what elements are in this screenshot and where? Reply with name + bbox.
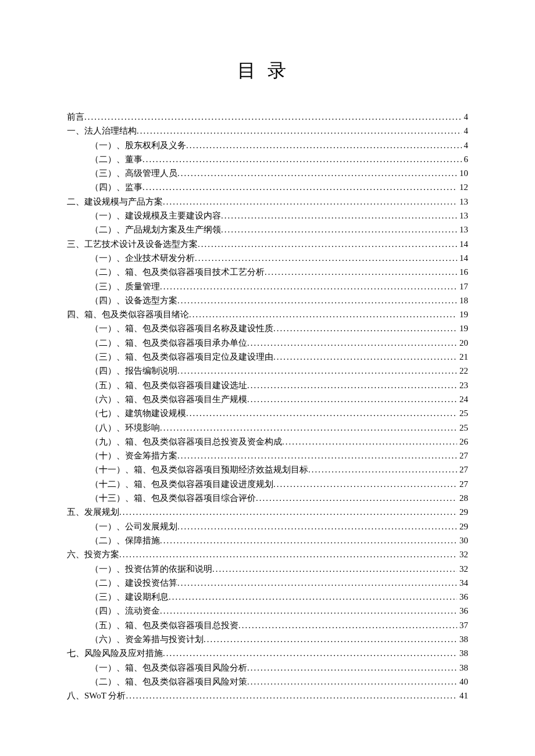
toc-leader-dots	[212, 562, 457, 576]
toc-entry-label: （二）、建设投资估算	[90, 576, 177, 590]
toc-entry-page: 41	[457, 689, 468, 703]
toc-entry: （一）、股东权利及义务4	[67, 138, 468, 152]
table-of-contents: 前言4一、法人治理结构4（一）、股东权利及义务4（二）、董事6（三）、高级管理人…	[67, 110, 468, 703]
toc-entry-page: 25	[457, 421, 468, 435]
toc-entry-page: 28	[457, 491, 468, 505]
toc-entry-label: （十一）、箱、包及类似容器项目预期经济效益规划目标	[90, 463, 308, 476]
toc-leader-dots	[247, 392, 457, 406]
toc-entry-page: 21	[457, 350, 468, 364]
toc-entry-label: （四）、报告编制说明	[90, 364, 177, 378]
toc-entry-page: 16	[457, 265, 468, 279]
toc-entry-label: （七）、建筑物建设规模	[90, 406, 186, 420]
toc-entry-label: 七、风险风险及应对措施	[67, 646, 163, 660]
toc-entry: （三）、建设期利息36	[67, 590, 468, 604]
toc-leader-dots	[163, 646, 457, 660]
toc-entry: 七、风险风险及应对措施38	[67, 646, 468, 660]
toc-entry: （九）、箱、包及类似容器项目总投资及资金构成26	[67, 435, 468, 449]
toc-entry-page: 14	[457, 251, 468, 265]
toc-entry-label: （四）、监事	[90, 180, 142, 194]
toc-entry-page: 36	[457, 590, 468, 604]
toc-leader-dots	[247, 661, 457, 675]
toc-leader-dots	[177, 293, 457, 307]
toc-entry: 八、SWoT 分析41	[67, 689, 468, 703]
toc-leader-dots	[186, 138, 462, 152]
toc-leader-dots	[265, 265, 457, 279]
toc-entry-label: 六、投资方案	[67, 547, 119, 561]
toc-entry-page: 22	[457, 364, 468, 378]
toc-entry-page: 34	[457, 576, 468, 590]
toc-entry: 五、发展规划29	[67, 505, 468, 519]
toc-entry-label: 四、箱、包及类似容器项目绪论	[67, 307, 189, 321]
toc-entry-page: 30	[457, 533, 468, 547]
toc-leader-dots	[119, 505, 457, 519]
toc-entry: （一）、企业技术研发分析14	[67, 251, 468, 265]
toc-entry-label: （二）、箱、包及类似容器项目承办单位	[90, 336, 247, 350]
toc-leader-dots	[247, 336, 457, 350]
toc-leader-dots	[177, 576, 457, 590]
toc-entry: 一、法人治理结构4	[67, 124, 468, 138]
toc-entry: （一）、箱、包及类似容器项目名称及建设性质19	[67, 321, 468, 335]
toc-entry-page: 6	[462, 152, 469, 166]
toc-entry-label: （一）、股东权利及义务	[90, 138, 186, 152]
toc-leader-dots	[247, 675, 457, 689]
toc-entry-page: 24	[457, 392, 468, 406]
toc-leader-dots	[247, 378, 457, 392]
toc-entry: 三、工艺技术设计及设备选型方案14	[67, 237, 468, 251]
toc-entry: （五）、箱、包及类似容器项目总投资37	[67, 618, 468, 632]
toc-entry-page: 12	[457, 180, 468, 194]
toc-entry-page: 29	[457, 505, 468, 519]
toc-entry: （二）、箱、包及类似容器项目风险对策40	[67, 675, 468, 689]
toc-entry-label: （五）、箱、包及类似容器项目建设选址	[90, 378, 247, 392]
toc-leader-dots	[177, 364, 457, 378]
toc-entry-label: （十）、资金筹措方案	[90, 449, 177, 463]
toc-leader-dots	[142, 180, 457, 194]
toc-entry-label: （一）、公司发展规划	[90, 519, 177, 533]
toc-entry-page: 13	[457, 223, 468, 237]
toc-leader-dots	[160, 604, 457, 618]
toc-leader-dots	[177, 449, 457, 463]
toc-entry: 二、建设规模与产品方案13	[67, 195, 468, 209]
toc-entry-label: （一）、建设规模及主要建设内容	[90, 209, 221, 223]
toc-leader-dots	[273, 350, 457, 364]
toc-leader-dots	[177, 519, 457, 533]
toc-entry: （二）、产品规划方案及生产纲领13	[67, 223, 468, 237]
toc-entry-page: 13	[457, 195, 468, 209]
toc-entry-page: 38	[457, 661, 468, 675]
toc-entry-page: 13	[457, 209, 468, 223]
toc-leader-dots	[238, 618, 457, 632]
toc-entry-page: 32	[457, 562, 468, 576]
toc-entry: （三）、高级管理人员10	[67, 166, 468, 180]
toc-leader-dots	[204, 632, 457, 646]
toc-leader-dots	[160, 421, 457, 435]
toc-entry-label: （六）、资金筹措与投资计划	[90, 632, 204, 646]
toc-entry-page: 4	[462, 124, 469, 138]
toc-entry: （四）、流动资金36	[67, 604, 468, 618]
toc-leader-dots	[198, 237, 457, 251]
toc-entry: （一）、箱、包及类似容器项目风险分析38	[67, 661, 468, 675]
toc-entry: 四、箱、包及类似容器项目绪论19	[67, 307, 468, 321]
toc-entry-page: 14	[457, 237, 468, 251]
toc-entry-label: （四）、设备选型方案	[90, 293, 177, 307]
toc-entry-page: 27	[457, 477, 468, 491]
toc-leader-dots	[84, 110, 462, 124]
toc-leader-dots	[273, 321, 457, 335]
toc-entry-page: 19	[457, 321, 468, 335]
toc-entry-label: （十三）、箱、包及类似容器项目综合评价	[90, 491, 256, 505]
toc-entry-label: （三）、建设期利息	[90, 590, 169, 604]
toc-leader-dots	[160, 533, 457, 547]
toc-entry: （二）、董事6	[67, 152, 468, 166]
toc-entry-label: 二、建设规模与产品方案	[67, 195, 163, 209]
toc-entry-label: （一）、投资估算的依据和说明	[90, 562, 212, 576]
toc-entry-page: 25	[457, 406, 468, 420]
toc-entry: （六）、箱、包及类似容器项目生产规模24	[67, 392, 468, 406]
toc-entry-label: （三）、高级管理人员	[90, 166, 177, 180]
toc-entry: （三）、质量管理17	[67, 280, 468, 293]
toc-entry-label: （二）、保障措施	[90, 533, 160, 547]
toc-entry-page: 36	[457, 604, 468, 618]
toc-entry-label: （二）、箱、包及类似容器项目技术工艺分析	[90, 265, 265, 279]
toc-leader-dots	[142, 152, 462, 166]
toc-entry-page: 17	[457, 280, 468, 293]
toc-entry-label: （二）、产品规划方案及生产纲领	[90, 223, 221, 237]
toc-entry: （四）、报告编制说明22	[67, 364, 468, 378]
toc-leader-dots	[160, 280, 457, 293]
